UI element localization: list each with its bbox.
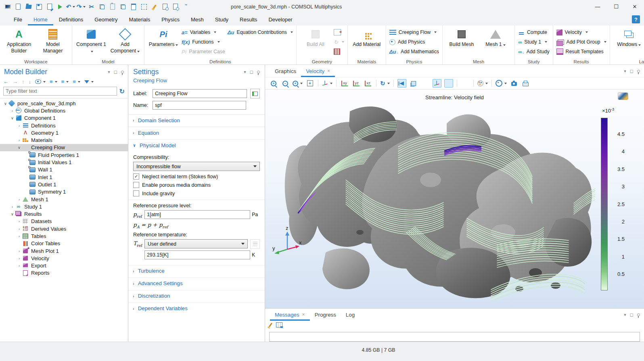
windows-button[interactable]: Windows xyxy=(613,26,644,48)
glyph-button[interactable]: ↻ xyxy=(334,38,344,46)
redo-button[interactable]: ↷ xyxy=(76,2,86,12)
reference-temperature-input[interactable] xyxy=(144,250,250,259)
float-panel-icon[interactable]: ◻ xyxy=(250,69,253,75)
tab-mesh[interactable]: Mesh xyxy=(185,13,209,25)
creeping-flow-button[interactable]: Creeping Flow xyxy=(389,29,439,36)
duplicate-button[interactable] xyxy=(118,2,128,12)
section-discretization[interactable]: ›Discretization xyxy=(128,290,265,302)
checkbox-include-gravity[interactable]: Include gravity xyxy=(133,190,260,196)
show-color-legend-button[interactable] xyxy=(444,79,453,88)
collapse-all-button[interactable]: ≡ xyxy=(50,79,57,85)
undo-button[interactable]: ↶ xyxy=(65,2,76,12)
import-button[interactable] xyxy=(334,29,344,36)
lock-view-button[interactable] xyxy=(461,79,470,88)
pin-icon[interactable] xyxy=(637,70,640,73)
equation-contributions-button[interactable]: ΔuEquation Contributions xyxy=(228,29,293,36)
transparency-button[interactable] xyxy=(409,79,418,88)
tree-node-initial-values-1[interactable]: Initial Values 1 xyxy=(0,159,128,166)
study-1-button[interactable]: ∞Study 1 xyxy=(518,38,550,46)
save-as-button[interactable] xyxy=(44,2,55,12)
pin-icon[interactable] xyxy=(121,71,124,73)
zoom-box-button[interactable]: + xyxy=(293,79,303,88)
reference-temperature-select[interactable]: User defined xyxy=(144,239,248,248)
tree-node-derived-values[interactable]: ›8.85 e-12Derived Values xyxy=(0,225,128,232)
tree-node-outlet-1[interactable]: Outlet 1 xyxy=(0,181,128,188)
node-display-button[interactable]: ≡ xyxy=(73,79,80,85)
mesh-1-button[interactable]: Mesh 1 xyxy=(480,26,511,48)
view-xy-button[interactable]: xy xyxy=(340,79,349,88)
filter-button[interactable] xyxy=(84,80,94,83)
tree-node-pore-scale-flow-3d-mph[interactable]: ∨pore_scale_flow_3d.mph xyxy=(0,100,128,107)
print-button[interactable] xyxy=(521,79,530,88)
result-templates-button[interactable]: Result Templates xyxy=(556,48,606,55)
tree-node-study-1[interactable]: ›∞Study 1 xyxy=(0,203,128,210)
delete-button[interactable] xyxy=(128,2,139,12)
tree-node-datasets[interactable]: ›Datasets xyxy=(0,218,128,225)
collapse-panel-icon[interactable]: ▾ xyxy=(624,312,626,317)
rename-button[interactable] xyxy=(250,89,260,98)
close-button[interactable]: ✕ xyxy=(625,0,644,13)
expand-all-button[interactable]: ≡ xyxy=(61,79,69,85)
tab-developer[interactable]: Developer xyxy=(263,13,298,25)
tree-node-export[interactable]: ›Export xyxy=(0,262,128,269)
save-button[interactable] xyxy=(34,2,44,12)
pin-icon[interactable] xyxy=(637,313,640,316)
snapshot-button[interactable] xyxy=(510,79,519,88)
functions-button[interactable]: f(x)Functions xyxy=(182,38,225,46)
graphics-tab-velocity[interactable]: Velocity× xyxy=(301,65,335,77)
toolbar-overflow-button[interactable]: ˇ xyxy=(181,2,191,12)
show-axis-orientation-button[interactable] xyxy=(433,79,441,88)
view-yz-button[interactable]: yz xyxy=(352,79,361,88)
tree-node-mesh-plot-1[interactable]: ›Mesh Plot 1 xyxy=(0,247,128,255)
messages-tab-log[interactable]: Log xyxy=(341,309,360,321)
show-button[interactable] xyxy=(35,79,46,84)
tree-node-velocity[interactable]: ›Velocity xyxy=(0,255,128,262)
collapse-panel-icon[interactable]: ▾ xyxy=(108,69,110,75)
tab-results[interactable]: Results xyxy=(234,13,263,25)
parameters-button[interactable]: PiParameters xyxy=(148,26,179,48)
comsol-logo-button[interactable] xyxy=(2,2,13,12)
paste-button[interactable] xyxy=(107,2,118,12)
close-icon[interactable]: × xyxy=(327,68,330,74)
zoom-extents-button[interactable]: + xyxy=(305,79,314,88)
build-mesh-button[interactable]: Build Mesh xyxy=(446,26,477,48)
messages-tab-messages[interactable]: Messages× xyxy=(270,309,310,321)
tab-study[interactable]: Study xyxy=(209,13,234,25)
reference-pressure-input[interactable] xyxy=(144,210,250,219)
move-up-button[interactable]: ↑ xyxy=(22,79,25,85)
collapse-panel-icon[interactable]: ▾ xyxy=(624,69,626,74)
refresh-icon[interactable]: ↻ xyxy=(119,88,125,95)
tree-node-materials[interactable]: ›Materials xyxy=(0,136,128,144)
tab-materials[interactable]: Materials xyxy=(123,13,156,25)
name-field-input[interactable] xyxy=(153,101,246,110)
collapse-panel-icon[interactable]: ▾ xyxy=(244,69,246,75)
graphics-tab-graphics[interactable]: Graphics xyxy=(270,65,301,77)
tab-file[interactable]: File xyxy=(8,13,28,25)
pin-icon[interactable] xyxy=(257,71,260,73)
tree-node-results[interactable]: ∨Results xyxy=(0,210,128,217)
label-field-input[interactable] xyxy=(153,89,247,98)
messages-output-box[interactable] xyxy=(269,332,640,342)
new-file-button[interactable] xyxy=(13,2,23,12)
import-list-button[interactable] xyxy=(250,239,260,249)
tab-geometry[interactable]: Geometry xyxy=(89,13,123,25)
move-down-button[interactable]: ↓ xyxy=(29,79,31,85)
messages-tab-progress[interactable]: Progress xyxy=(310,309,341,321)
tree-node-mesh-1[interactable]: ›Mesh 1 xyxy=(0,196,128,203)
velocity-button[interactable]: Velocity xyxy=(556,29,606,36)
tree-node-global-definitions[interactable]: ›Global Definitions xyxy=(0,107,128,114)
zoom-in-button[interactable]: + xyxy=(269,79,278,88)
select-box-button[interactable] xyxy=(139,2,149,12)
tree-node-geometry-1[interactable]: ΛGeometry 1 xyxy=(0,129,128,136)
back-button[interactable]: ← xyxy=(3,79,8,85)
scene-light-button[interactable] xyxy=(397,79,406,88)
compute-button[interactable]: =Compute xyxy=(518,29,550,36)
section-advanced-settings[interactable]: ›Advanced Settings xyxy=(128,278,265,289)
parameter-case-button[interactable]: PiParameter Case xyxy=(182,48,225,55)
view-xz-button[interactable]: xz xyxy=(364,79,372,88)
color-brush-button[interactable] xyxy=(149,2,160,12)
zoom-out-button[interactable]: − xyxy=(281,79,290,88)
section-turbulence[interactable]: ›Turbulence xyxy=(128,265,265,277)
tree-node-reports[interactable]: Reports xyxy=(0,269,128,277)
cut-button[interactable]: ✂ xyxy=(86,2,97,12)
